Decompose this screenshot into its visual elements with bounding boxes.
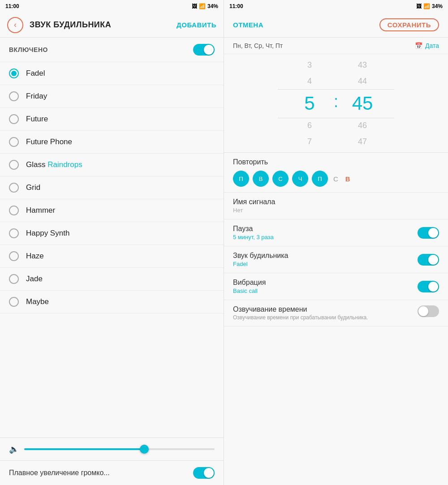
vibration-label: Вибрация bbox=[233, 279, 418, 287]
sound-item-jade[interactable]: Jade bbox=[0, 268, 224, 291]
alarm-sound-value: Fadel bbox=[233, 261, 418, 267]
radio-glass-raindrops bbox=[9, 160, 19, 170]
status-time-left: 11:00 bbox=[5, 3, 19, 9]
ozv-row[interactable]: Озвучивание времени Озвучивание времени … bbox=[224, 300, 448, 326]
min-46: 46 bbox=[340, 117, 385, 133]
signal-name-value: Нет bbox=[233, 207, 439, 214]
radio-friday bbox=[9, 91, 19, 101]
min-44: 44 bbox=[340, 73, 385, 89]
day-tue[interactable]: В bbox=[253, 171, 269, 187]
status-bar-right: 11:00 🖼 📶 34% bbox=[224, 0, 448, 13]
sound-name-jade: Jade bbox=[26, 275, 43, 283]
battery-left: 34% bbox=[207, 3, 218, 9]
ozv-sub: Озвучивание времени при срабатывании буд… bbox=[233, 314, 418, 321]
repeat-section: Повторить П В С Ч П С В bbox=[224, 153, 448, 193]
date-button[interactable]: 📅 Дата bbox=[415, 42, 439, 49]
volume-fill bbox=[24, 448, 148, 450]
add-button[interactable]: ДОБАВИТЬ bbox=[177, 21, 216, 29]
day-fri[interactable]: П bbox=[312, 171, 328, 187]
vibration-info: Вибрация Basic call bbox=[233, 279, 418, 294]
hour-6: 6 bbox=[287, 117, 332, 133]
volume-thumb[interactable] bbox=[140, 445, 149, 454]
date-label: Дата bbox=[425, 42, 439, 49]
sound-name-haze: Haze bbox=[26, 252, 44, 261]
back-button[interactable]: ‹ bbox=[7, 17, 23, 33]
page-title-left: ЗВУК БУДИЛЬНИКА bbox=[30, 20, 170, 30]
alarm-sound-row[interactable]: Звук будильника Fadel bbox=[224, 246, 448, 273]
highlight-raindrops: Raindrops bbox=[47, 160, 82, 169]
sound-name-maybe: Maybe bbox=[26, 297, 49, 306]
ozv-toggle[interactable] bbox=[418, 305, 439, 317]
hours-column[interactable]: 3 4 5 6 7 bbox=[287, 57, 332, 150]
sound-item-future[interactable]: Future bbox=[0, 108, 224, 131]
ozv-info: Озвучивание времени Озвучивание времени … bbox=[233, 305, 418, 321]
save-button[interactable]: СОХРАНИТЬ bbox=[379, 18, 439, 31]
wifi-icon: 📶 bbox=[199, 3, 206, 9]
day-thu[interactable]: Ч bbox=[292, 171, 308, 187]
battery-right: 34% bbox=[432, 3, 443, 9]
volume-slider[interactable] bbox=[24, 448, 215, 450]
vibration-toggle[interactable] bbox=[418, 281, 439, 292]
day-sun[interactable]: В bbox=[344, 175, 352, 183]
sound-item-grid[interactable]: Grid bbox=[0, 176, 224, 199]
pause-toggle[interactable] bbox=[418, 227, 439, 239]
sound-name-happy-synth: Happy Synth bbox=[26, 229, 69, 238]
smooth-label: Плавное увеличение громко... bbox=[9, 469, 110, 477]
radio-grid bbox=[9, 183, 19, 193]
hour-5-selected: 5 bbox=[287, 89, 332, 117]
sound-name-hammer: Hammer bbox=[26, 206, 55, 215]
day-mon[interactable]: П bbox=[233, 171, 249, 187]
sound-list: Fadel Friday Future Future Phone Glass R… bbox=[0, 62, 224, 438]
signal-name-row[interactable]: Имя сигнала Нет bbox=[224, 193, 448, 219]
radio-maybe bbox=[9, 297, 19, 307]
cancel-button[interactable]: ОТМЕНА bbox=[233, 21, 263, 29]
sound-item-haze[interactable]: Haze bbox=[0, 245, 224, 268]
day-date-row: Пн, Вт, Ср, Чт, Пт 📅 Дата bbox=[224, 38, 448, 54]
alarm-sound-info: Звук будильника Fadel bbox=[233, 252, 418, 267]
sound-name-grid: Grid bbox=[26, 183, 40, 192]
radio-haze bbox=[9, 251, 19, 261]
volume-icon: 🔈 bbox=[9, 444, 19, 454]
radio-inner-fadel bbox=[11, 71, 17, 76]
pause-row[interactable]: Пауза 5 минут, 3 раза bbox=[224, 219, 448, 246]
sound-name-friday: Friday bbox=[26, 92, 47, 101]
status-icons-left: 🖼 📶 34% bbox=[192, 3, 218, 9]
enabled-toggle-row: ВКЛЮЧЕНО bbox=[0, 38, 224, 62]
sound-item-fadel[interactable]: Fadel bbox=[0, 62, 224, 85]
hour-3: 3 bbox=[287, 57, 332, 73]
status-bar-left: 11:00 🖼 📶 34% bbox=[0, 0, 224, 13]
minutes-column[interactable]: 43 44 45 46 47 bbox=[340, 57, 385, 150]
sound-item-hammer[interactable]: Hammer bbox=[0, 199, 224, 222]
signal-name-info: Имя сигнала Нет bbox=[233, 198, 439, 214]
alarm-sound-toggle[interactable] bbox=[418, 254, 439, 266]
sound-item-happy-synth[interactable]: Happy Synth bbox=[0, 222, 224, 245]
day-wed[interactable]: С bbox=[272, 171, 289, 187]
wifi-icon-right: 📶 bbox=[423, 3, 430, 9]
hour-7: 7 bbox=[287, 133, 332, 150]
sound-item-glass-raindrops[interactable]: Glass Raindrops bbox=[0, 154, 224, 176]
time-picker[interactable]: 3 4 5 6 7 : 43 44 45 46 47 bbox=[224, 54, 448, 153]
days-row: П В С Ч П С В bbox=[233, 171, 439, 187]
enabled-label: ВКЛЮЧЕНО bbox=[9, 46, 48, 53]
vibration-value: Basic call bbox=[233, 288, 418, 294]
sound-name-future: Future bbox=[26, 115, 48, 124]
repeat-title: Повторить bbox=[233, 158, 439, 166]
ozv-label: Озвучивание времени bbox=[233, 305, 418, 313]
sound-name-future-phone: Future Phone bbox=[26, 137, 72, 146]
vibration-row[interactable]: Вибрация Basic call bbox=[224, 273, 448, 300]
smooth-row: Плавное увеличение громко... bbox=[0, 460, 224, 485]
time-separator: : bbox=[334, 92, 338, 115]
radio-hammer bbox=[9, 206, 19, 215]
sound-item-future-phone[interactable]: Future Phone bbox=[0, 131, 224, 154]
sound-item-friday[interactable]: Friday bbox=[0, 85, 224, 108]
sound-item-maybe[interactable]: Maybe bbox=[0, 291, 224, 313]
pause-value: 5 минут, 3 раза bbox=[233, 234, 418, 240]
radio-jade bbox=[9, 274, 19, 284]
hour-4: 4 bbox=[287, 73, 332, 89]
min-47: 47 bbox=[340, 133, 385, 150]
day-sat[interactable]: С bbox=[332, 175, 340, 183]
enabled-toggle[interactable] bbox=[193, 44, 215, 56]
volume-area: 🔈 bbox=[0, 438, 224, 460]
right-panel: 11:00 🖼 📶 34% ОТМЕНА СОХРАНИТЬ Пн, Вт, С… bbox=[224, 0, 448, 485]
smooth-toggle[interactable] bbox=[193, 467, 215, 479]
